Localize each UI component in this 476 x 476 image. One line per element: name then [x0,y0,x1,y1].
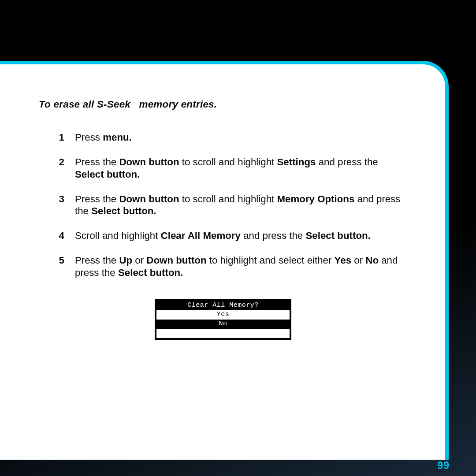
step-text: Press menu. [75,131,407,144]
step-number: 2 [39,156,64,181]
step-text: Scroll and highlight Clear All Memory an… [75,230,407,242]
step-list: 1Press menu.2Press the Down button to sc… [39,131,407,279]
step-number: 5 [39,254,64,279]
step-text: Press the Up or Down button to highlight… [75,254,407,279]
step: 5Press the Up or Down button to highligh… [39,254,407,279]
step-number: 4 [39,230,64,242]
step-text: Press the Down button to scroll and high… [75,193,407,218]
step: 1Press menu. [39,131,407,144]
step: 4Scroll and highlight Clear All Memory a… [39,230,407,242]
step: 2Press the Down button to scroll and hig… [39,156,407,181]
lcd-option: Yes [156,310,290,320]
step: 3Press the Down button to scroll and hig… [39,193,407,218]
page-number: 99 [437,460,450,472]
section-heading: To erase all S-Seek memory entries. [39,99,407,110]
heading-suffix: memory entries. [136,99,217,110]
step-text: Press the Down button to scroll and high… [75,156,407,181]
manual-page: To erase all S-Seek memory entries. 1Pre… [0,61,449,460]
lcd-option: No [156,320,290,329]
step-number: 3 [39,193,64,218]
lcd-title: Clear All Memory? [156,301,290,310]
heading-prefix: To erase all S-Seek [39,99,130,110]
lcd-screen: Clear All Memory? YesNo [155,299,291,340]
lcd-blank-row [156,329,290,338]
lcd-illustration: Clear All Memory? YesNo [39,299,407,340]
step-number: 1 [39,131,64,144]
